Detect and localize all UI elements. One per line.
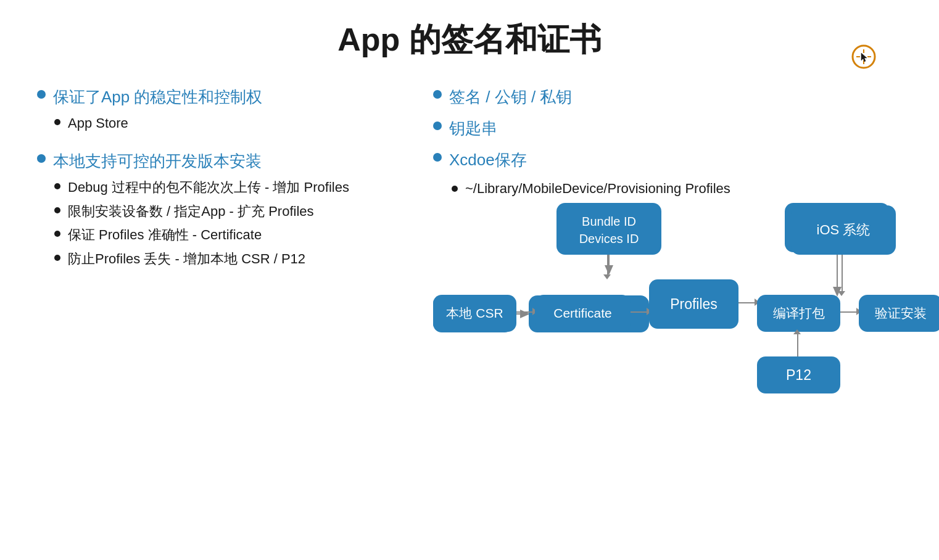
text-s3: 保证 Profiles 准确性 - Certificate [68,226,262,245]
rs-text: ~/Library/MobileDevice/Provisioning Prof… [465,181,730,197]
section-stability: 保证了App 的稳定性和控制权 App Store [37,86,396,133]
secondary-item-appstore: App Store [54,114,396,133]
rs-dot [452,186,458,192]
rb-dot-1 [433,90,442,99]
compile-box: 编译打包 [757,295,840,332]
dot-s4 [54,255,60,261]
primary-bullet-2: 本地支持可控的开发版本安装 [37,150,396,172]
profiles-box: Profiles [649,279,738,329]
arrowhead-down-ios [838,291,845,296]
dot-s3 [54,231,60,237]
p12-label: P12 [786,367,811,384]
bundle-id-box: Bundle IDDevices ID [556,205,661,255]
text-appstore: App Store [68,114,128,133]
page-title: App 的签名和证书 [37,19,902,62]
rb-dot-2 [433,121,442,130]
secondary-list-2: Debug 过程中的包不能次次上传 - 增加 Profiles 限制安装设备数 … [54,178,396,269]
arrow-down-bundle [607,255,608,277]
right-bullet-keychain: 钥匙串 [433,118,902,139]
secondary-item-2: 限制安装设备数 / 指定App - 扩充 Profiles [54,202,396,221]
profiles-label: Profiles [670,296,718,313]
bullet-dot-large-2 [37,154,46,163]
cursor-icon [850,43,877,73]
secondary-item-1: Debug 过程中的包不能次次上传 - 增加 Profiles [54,178,396,197]
section-local: 本地支持可控的开发版本安装 Debug 过程中的包不能次次上传 - 增加 Pro… [37,150,396,269]
rb-dot-3 [433,153,442,162]
arrow-down-p12 [797,332,798,356]
rb-text-2: 钥匙串 [449,118,497,139]
dot-s2 [54,207,60,213]
right-bullet-sign: 签名 / 公钥 / 私钥 [433,86,902,108]
secondary-item-3: 保证 Profiles 准确性 - Certificate [54,226,396,245]
right-bullets: 签名 / 公钥 / 私钥 钥匙串 Xcdoe保存 ~/Library/Mobil… [433,86,902,197]
rb-text-3: Xcdoe保存 [449,149,527,171]
arrow-down-ios [842,255,843,294]
secondary-item-4: 防止Profiles 丢失 - 增加本地 CSR / P12 [54,250,396,269]
bullet-dot-small [54,119,60,125]
left-column: 保证了App 的稳定性和控制权 App Store 本地支持可控的开发版本安装 … [37,86,408,390]
p12-box: P12 [757,356,840,393]
right-sub-bullet: ~/Library/MobileDevice/Provisioning Prof… [452,181,902,197]
diagram-layout: Bundle IDDevices ID iOS 系统 本地 CSR Cer [433,205,902,390]
bundle-id-line1: Bundle IDDevices ID [579,213,639,247]
text-s4: 防止Profiles 丢失 - 增加本地 CSR / P12 [68,250,305,269]
certificate-box: Certificate [535,295,631,332]
right-bullet-xcode: Xcdoe保存 [433,149,902,171]
verify-box: 验证安装 [859,295,939,332]
bullet-dot-large-1 [37,90,46,99]
right-column: 签名 / 公钥 / 私钥 钥匙串 Xcdoe保存 ~/Library/Mobil… [433,86,902,390]
primary-bullet-1: 保证了App 的稳定性和控制权 [37,86,396,108]
dot-s1 [54,183,60,189]
verify-label: 验证安装 [875,305,927,322]
local-csr-box: 本地 CSR [433,295,516,332]
text-s2: 限制安装设备数 / 指定App - 扩充 Profiles [68,202,314,221]
arrowhead-down-bundle [603,274,611,279]
compile-label: 编译打包 [773,305,825,322]
certificate-label: Certificate [553,306,612,321]
primary-text-2: 本地支持可控的开发版本安装 [53,150,262,172]
arrowhead-up-p12 [793,329,801,334]
ios-system-label: iOS 系统 [817,221,871,239]
rb-text-1: 签名 / 公钥 / 私钥 [449,86,572,108]
text-s1: Debug 过程中的包不能次次上传 - 增加 Profiles [68,178,349,197]
secondary-list-1: App Store [54,114,396,133]
local-csr-label: 本地 CSR [446,305,503,322]
ios-system-box: iOS 系统 [791,205,896,255]
primary-text-1: 保证了App 的稳定性和控制权 [53,86,263,108]
